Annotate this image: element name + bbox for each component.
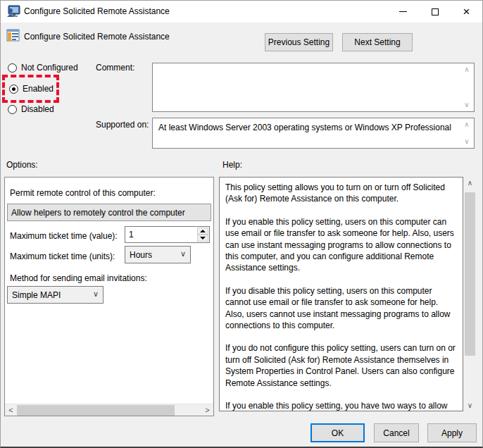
comment-label: Comment:	[96, 63, 134, 73]
spin-down-icon	[200, 237, 206, 239]
help-label: Help:	[222, 160, 242, 170]
maximize-icon	[432, 8, 439, 15]
comment-scroll-up-icon[interactable]: ∧	[462, 66, 472, 74]
permit-remote-control-label: Permit remote control of this computer:	[10, 188, 156, 198]
supported-scroll-down-icon[interactable]: ∨	[462, 137, 472, 146]
title-bar[interactable]: Configure Solicited Remote Assistance ×	[1, 1, 482, 23]
scroll-right-icon[interactable]: >	[201, 404, 213, 416]
email-method-dropdown[interactable]: Simple MAPI ∨	[7, 286, 104, 304]
vertical-scroll-thumb[interactable]	[465, 192, 475, 356]
options-panel: Permit remote control of this computer: …	[4, 177, 214, 416]
radio-not-configured-label: Not Configured	[21, 63, 78, 73]
window-title: Configure Solicited Remote Assistance	[24, 6, 170, 16]
policy-setting-dialog: Configure Solicited Remote Assistance × …	[0, 0, 483, 448]
radio-enabled-label: Enabled	[23, 84, 54, 94]
options-horizontal-scrollbar[interactable]: < >	[5, 404, 213, 416]
email-method-value: Simple MAPI	[12, 290, 61, 300]
spin-up-icon	[200, 230, 206, 232]
ok-button[interactable]: OK	[310, 423, 365, 442]
help-paragraph: If you enable this policy setting, users…	[225, 216, 457, 274]
horizontal-scroll-thumb[interactable]	[17, 405, 175, 416]
radio-not-configured-circle[interactable]	[8, 63, 17, 73]
policy-setting-icon	[6, 29, 20, 42]
ticket-time-units-label: Maximum ticket time (units):	[10, 251, 115, 261]
radio-disabled-label: Disabled	[21, 104, 54, 114]
apply-button[interactable]: Apply	[427, 423, 477, 442]
help-text-box: This policy setting allows you to turn o…	[219, 177, 463, 411]
radio-enabled-circle[interactable]	[9, 85, 18, 94]
help-vertical-scrollbar[interactable]: ∧ ∨	[464, 177, 476, 411]
previous-setting-button[interactable]: Previous Setting	[265, 33, 333, 51]
scroll-up-icon[interactable]: ∧	[464, 177, 476, 189]
options-label: Options:	[6, 160, 38, 170]
close-button[interactable]: ×	[451, 1, 482, 23]
help-paragraph: If you do not configure this policy sett…	[225, 342, 457, 389]
radio-disabled[interactable]: Disabled	[8, 104, 54, 114]
ticket-time-value: 1	[129, 230, 134, 239]
help-paragraph: If you disable this policy setting, user…	[225, 285, 457, 332]
next-setting-button[interactable]: Next Setting	[342, 33, 413, 51]
minimize-icon	[399, 11, 407, 12]
supported-on-box: At least Windows Server 2003 operating s…	[152, 118, 475, 149]
group-policy-app-icon	[6, 5, 20, 18]
spin-down-button[interactable]	[197, 235, 208, 242]
help-paragraph: This policy setting allows you to turn o…	[225, 182, 457, 205]
permit-remote-control-value: Allow helpers to remotely control the co…	[11, 208, 185, 218]
supported-scroll-up-icon[interactable]: ∧	[462, 120, 472, 129]
chevron-down-icon: ∨	[180, 249, 186, 259]
chevron-down-icon: ∨	[93, 290, 99, 299]
radio-enabled[interactable]: Enabled	[9, 84, 54, 94]
ticket-time-value-input[interactable]: 1	[125, 226, 210, 243]
scroll-down-icon[interactable]: ∨	[464, 399, 476, 411]
ticket-time-value-label: Maximum ticket time (value):	[10, 231, 118, 241]
supported-on-value: At least Windows Server 2003 operating s…	[158, 123, 457, 132]
radio-not-configured[interactable]: Not Configured	[8, 63, 78, 73]
comment-scroll-down-icon[interactable]: ∨	[462, 101, 472, 109]
spin-up-button[interactable]	[197, 228, 208, 235]
help-paragraph: If you enable this policy setting, you h…	[225, 400, 457, 411]
cancel-button[interactable]: Cancel	[374, 423, 419, 442]
supported-on-label: Supported on:	[96, 120, 149, 130]
setting-title: Configure Solicited Remote Assistance	[24, 32, 170, 42]
radio-disabled-circle[interactable]	[8, 105, 17, 114]
ticket-time-units-dropdown[interactable]: Hours ∨	[125, 246, 191, 263]
maximize-button[interactable]	[419, 1, 451, 23]
permit-remote-control-dropdown[interactable]: Allow helpers to remotely control the co…	[7, 204, 211, 221]
comment-textarea[interactable]: ∧ ∨	[152, 63, 475, 112]
minimize-button[interactable]	[387, 1, 419, 23]
close-icon: ×	[463, 6, 470, 18]
scroll-left-icon[interactable]: <	[5, 404, 17, 416]
email-method-label: Method for sending email invitations:	[10, 273, 147, 283]
ticket-time-units-value: Hours	[130, 250, 152, 260]
